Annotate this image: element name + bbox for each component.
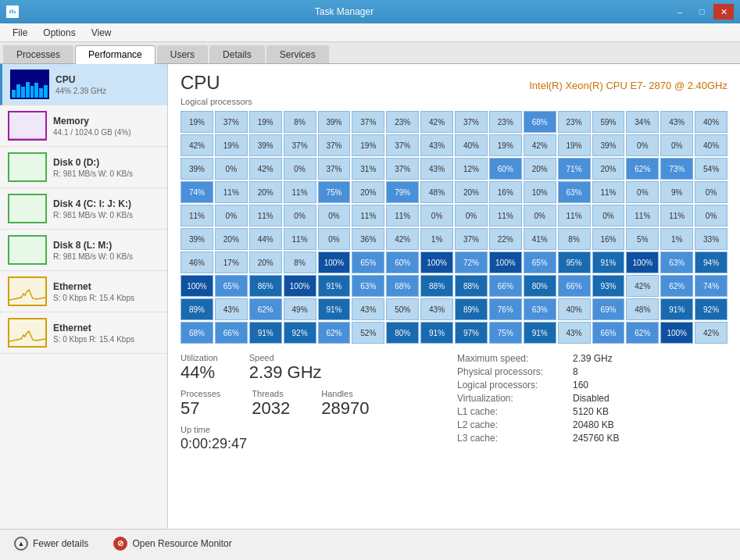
lp-cell-5-4: 0% xyxy=(318,228,351,250)
lp-cell-0-10: 68% xyxy=(524,111,556,133)
main-content: CPU 44% 2.39 GHz Memory 44.1 / 1024.0 GB… xyxy=(0,64,740,529)
speed-label: Speed xyxy=(249,353,322,362)
sidebar-item-disk8[interactable]: Disk 8 (L: M:) R: 981 MB/s W: 0 KB/s xyxy=(0,230,167,271)
lp-cell-8-3: 49% xyxy=(284,298,316,320)
sidebar-item-memory[interactable]: Memory 44.1 / 1024.0 GB (4%) xyxy=(0,105,167,147)
lp-cell-7-1: 65% xyxy=(215,275,248,297)
lp-cell-8-2: 62% xyxy=(249,298,282,320)
ethernet2-icon xyxy=(8,317,47,348)
lp-cell-7-12: 93% xyxy=(592,275,625,297)
lp-cell-4-5: 11% xyxy=(352,205,384,226)
menu-file[interactable]: File xyxy=(6,26,34,40)
sidebar-item-disk4[interactable]: Disk 4 (C: I: J: K:) R: 981 MB/s W: 0 KB… xyxy=(0,188,167,230)
lp-cell-9-15: 42% xyxy=(695,322,727,344)
max-speed-val: 2.39 GHz xyxy=(573,353,613,364)
lp-cell-5-1: 20% xyxy=(215,228,248,250)
svg-rect-3 xyxy=(14,11,16,13)
lp-cell-8-6: 50% xyxy=(386,298,419,320)
disk0-name: Disk 0 (D:) xyxy=(53,157,159,168)
ethernet1-name: Ethernet xyxy=(53,281,159,292)
lp-cell-9-9: 75% xyxy=(489,322,522,344)
open-resource-monitor-button[interactable]: ⊘ Open Resource Monitor xyxy=(109,533,236,554)
uptime-label: Up time xyxy=(181,425,451,434)
l3-cache-key: L3 cache: xyxy=(457,433,567,444)
lp-cell-2-3: 0% xyxy=(284,158,316,180)
lp-cell-6-14: 63% xyxy=(660,251,693,273)
lp-cell-5-0: 39% xyxy=(181,228,213,250)
menu-view[interactable]: View xyxy=(85,26,118,40)
lp-cell-0-15: 40% xyxy=(695,111,727,133)
lp-cell-8-15: 92% xyxy=(695,298,727,320)
lp-cell-2-12: 20% xyxy=(592,158,625,180)
lp-cell-7-6: 68% xyxy=(386,275,419,297)
memory-detail: 44.1 / 1024.0 GB (4%) xyxy=(53,128,159,137)
lp-cell-4-2: 11% xyxy=(249,205,282,226)
uptime-value: 0:00:29:47 xyxy=(181,436,451,452)
cpu-model: Intel(R) Xeon(R) CPU E7- 2870 @ 2.40GHz xyxy=(529,80,727,91)
sidebar-item-ethernet2[interactable]: Ethernet S: 0 Kbps R: 15.4 Kbps xyxy=(0,312,167,354)
uptime-group: Up time 0:00:29:47 xyxy=(181,425,451,452)
lp-cell-9-3: 92% xyxy=(284,322,316,344)
lp-cell-8-1: 43% xyxy=(215,298,248,320)
menu-options[interactable]: Options xyxy=(37,26,81,40)
sidebar-item-disk0[interactable]: Disk 0 (D:) R: 981 MB/s W: 0 KB/s xyxy=(0,147,167,188)
lp-cell-6-10: 65% xyxy=(524,251,556,273)
ethernet2-name: Ethernet xyxy=(53,323,159,334)
lp-cell-6-11: 95% xyxy=(558,251,591,273)
lp-cell-2-4: 37% xyxy=(318,158,351,180)
lp-cell-8-0: 89% xyxy=(181,298,213,320)
bottombar: ▲ Fewer details ⊘ Open Resource Monitor xyxy=(0,529,740,557)
lp-cell-6-5: 65% xyxy=(352,251,384,273)
disk0-icon xyxy=(8,152,47,183)
utilization-label: Utilization xyxy=(181,353,218,362)
sidebar-item-ethernet1[interactable]: Ethernet S: 0 Kbps R: 15.4 Kbps xyxy=(0,271,167,312)
tab-performance[interactable]: Performance xyxy=(75,45,156,64)
lp-cell-0-9: 23% xyxy=(489,111,522,133)
close-button[interactable]: ✕ xyxy=(713,4,734,20)
lp-cell-1-8: 40% xyxy=(455,134,488,156)
lp-cell-2-14: 73% xyxy=(660,158,693,180)
lp-cell-3-9: 16% xyxy=(489,181,522,203)
fewer-details-button[interactable]: ▲ Fewer details xyxy=(9,533,93,554)
lp-cell-3-13: 0% xyxy=(626,181,659,203)
lp-cell-1-0: 42% xyxy=(181,134,213,156)
lp-cell-4-15: 0% xyxy=(695,205,727,226)
cpu-icon xyxy=(10,69,49,100)
lp-cell-8-7: 43% xyxy=(420,298,453,320)
lp-cell-3-3: 11% xyxy=(284,181,316,203)
ethernet1-detail: S: 0 Kbps R: 15.4 Kbps xyxy=(53,294,159,302)
lp-cell-2-15: 54% xyxy=(695,158,727,180)
tab-users[interactable]: Users xyxy=(157,45,208,63)
sidebar-item-cpu[interactable]: CPU 44% 2.39 GHz xyxy=(0,64,167,105)
memory-name: Memory xyxy=(53,116,159,127)
lp-cell-4-14: 11% xyxy=(660,205,693,226)
lp-cell-6-15: 94% xyxy=(695,251,727,273)
lp-cell-5-8: 37% xyxy=(455,228,488,250)
lp-cell-4-4: 0% xyxy=(318,205,351,226)
disk4-icon xyxy=(8,193,47,224)
lp-cell-3-6: 79% xyxy=(386,181,419,203)
speed-stat: Speed 2.39 GHz xyxy=(249,353,322,383)
lp-cell-1-12: 39% xyxy=(592,134,625,156)
lp-cell-6-13: 100% xyxy=(626,251,659,273)
logical-processors-info-row: Logical processors: 160 xyxy=(457,380,727,391)
tab-details[interactable]: Details xyxy=(209,45,265,63)
lp-cell-7-9: 66% xyxy=(489,275,522,297)
lp-cell-3-4: 75% xyxy=(318,181,351,203)
minimize-button[interactable]: – xyxy=(670,4,690,20)
lp-cell-9-4: 62% xyxy=(318,322,351,344)
tab-services[interactable]: Services xyxy=(266,45,329,63)
lp-cell-4-1: 0% xyxy=(215,205,248,226)
physical-processors-val: 8 xyxy=(573,366,578,377)
lp-cell-7-14: 62% xyxy=(660,275,693,297)
maximize-button[interactable]: □ xyxy=(692,4,712,20)
lp-cell-1-1: 19% xyxy=(215,134,248,156)
lp-cell-6-9: 100% xyxy=(489,251,522,273)
content-header: CPU Intel(R) Xeon(R) CPU E7- 2870 @ 2.40… xyxy=(181,72,727,94)
tab-processes[interactable]: Processes xyxy=(3,45,73,63)
stats-left: Utilization 44% Speed 2.39 GHz Processes… xyxy=(181,353,451,452)
lp-cell-7-0: 100% xyxy=(181,275,213,297)
lp-cell-2-2: 42% xyxy=(249,158,282,180)
lp-cell-4-11: 11% xyxy=(558,205,591,226)
lp-cell-5-14: 1% xyxy=(660,228,693,250)
